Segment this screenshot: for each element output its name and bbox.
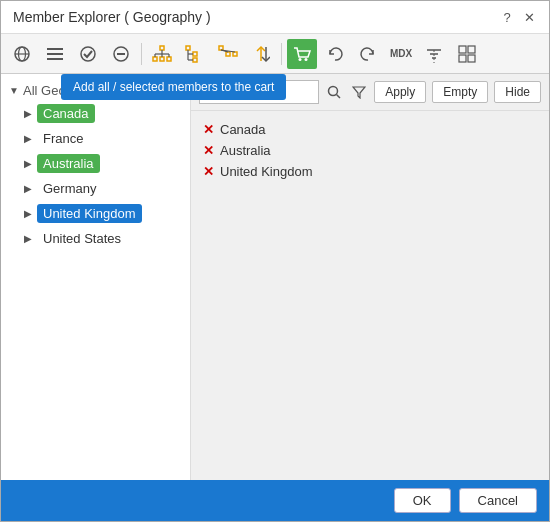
- separator-2: [281, 43, 282, 65]
- empty-button[interactable]: Empty: [432, 81, 488, 103]
- us-label: United States: [37, 229, 127, 248]
- cart-search-btn[interactable]: [325, 80, 344, 104]
- hierarchy-btn[interactable]: [147, 39, 177, 69]
- cart-item-australia-label: Australia: [220, 143, 271, 158]
- layout-btn[interactable]: [452, 39, 482, 69]
- tree-item-canada[interactable]: Canada: [1, 101, 190, 126]
- cancel-button[interactable]: Cancel: [459, 488, 537, 513]
- help-icon[interactable]: ?: [499, 9, 515, 25]
- tree-item-france[interactable]: France: [1, 126, 190, 151]
- svg-rect-12: [167, 57, 171, 61]
- svg-rect-3: [47, 48, 63, 50]
- svg-point-30: [299, 58, 302, 61]
- australia-arrow: [21, 157, 35, 171]
- svg-rect-25: [219, 46, 223, 50]
- svg-rect-19: [193, 52, 197, 56]
- germany-label: Germany: [37, 179, 102, 198]
- canada-label: Canada: [37, 104, 95, 123]
- svg-rect-18: [186, 46, 190, 50]
- tree-item-germany[interactable]: Germany: [1, 176, 190, 201]
- svg-rect-8: [117, 53, 125, 55]
- main-content: Add all / selected members to the cart A…: [1, 74, 549, 480]
- uk-label: United Kingdom: [37, 204, 142, 223]
- cart-toolbar: Apply Empty Hide: [191, 74, 549, 111]
- remove-canada-btn[interactable]: ✕: [203, 122, 214, 137]
- tree-root-arrow: [7, 84, 21, 98]
- cart-item-uk-label: United Kingdom: [220, 164, 313, 179]
- check-btn[interactable]: [73, 39, 103, 69]
- redo-btn[interactable]: [353, 39, 383, 69]
- svg-rect-5: [47, 58, 63, 60]
- svg-marker-42: [353, 87, 365, 98]
- svg-rect-38: [459, 55, 466, 62]
- sort-btn[interactable]: [246, 39, 276, 69]
- hierarchy2-btn[interactable]: [180, 39, 210, 69]
- ok-button[interactable]: OK: [394, 488, 451, 513]
- globe-btn[interactable]: [7, 39, 37, 69]
- tree-item-uk[interactable]: United Kingdom: [1, 201, 190, 226]
- cart-filter-btn[interactable]: [350, 80, 369, 104]
- svg-point-6: [81, 47, 95, 61]
- tree-panel: All Geographies Canada France Australia …: [1, 74, 191, 480]
- germany-arrow: [21, 182, 35, 196]
- svg-rect-20: [193, 58, 197, 62]
- svg-rect-36: [459, 46, 466, 53]
- tree-item-us[interactable]: United States: [1, 226, 190, 251]
- cart-panel: Apply Empty Hide ✕ Canada ✕ Australia ✕ …: [191, 74, 549, 480]
- us-arrow: [21, 232, 35, 246]
- cart-item-australia: ✕ Australia: [199, 140, 541, 161]
- hierarchy3-btn[interactable]: [213, 39, 243, 69]
- hide-button[interactable]: Hide: [494, 81, 541, 103]
- separator-1: [141, 43, 142, 65]
- title-bar-icons: ? ✕: [499, 9, 537, 25]
- title-bar: Member Explorer ( Geography ) ? ✕: [1, 1, 549, 34]
- cart-item-uk: ✕ United Kingdom: [199, 161, 541, 182]
- tree-item-australia[interactable]: Australia: [1, 151, 190, 176]
- toolbar: MDX: [1, 34, 549, 74]
- svg-rect-4: [47, 53, 63, 55]
- cart-search-input[interactable]: [199, 80, 319, 104]
- cart-items: ✕ Canada ✕ Australia ✕ United Kingdom: [191, 111, 549, 480]
- france-label: France: [37, 129, 89, 148]
- france-arrow: [21, 132, 35, 146]
- bottom-bar: OK Cancel: [1, 480, 549, 521]
- tree-root[interactable]: All Geographies: [1, 80, 190, 101]
- minus-btn[interactable]: [106, 39, 136, 69]
- remove-australia-btn[interactable]: ✕: [203, 143, 214, 158]
- window-title: Member Explorer ( Geography ): [13, 9, 211, 25]
- australia-label: Australia: [37, 154, 100, 173]
- uk-arrow: [21, 207, 35, 221]
- remove-uk-btn[interactable]: ✕: [203, 164, 214, 179]
- svg-point-31: [305, 58, 308, 61]
- svg-rect-9: [160, 46, 164, 50]
- svg-line-41: [337, 95, 341, 99]
- close-icon[interactable]: ✕: [521, 9, 537, 25]
- svg-rect-39: [468, 55, 475, 62]
- svg-rect-10: [153, 57, 157, 61]
- tree-root-label: All Geographies: [23, 83, 116, 98]
- cart-item-canada: ✕ Canada: [199, 119, 541, 140]
- cart-btn[interactable]: [287, 39, 317, 69]
- undo-btn[interactable]: [320, 39, 350, 69]
- list-btn[interactable]: [40, 39, 70, 69]
- svg-rect-37: [468, 46, 475, 53]
- svg-rect-27: [233, 52, 237, 56]
- cart-item-canada-label: Canada: [220, 122, 266, 137]
- filter2-btn[interactable]: [419, 39, 449, 69]
- svg-rect-26: [226, 52, 230, 56]
- mdx-btn[interactable]: MDX: [386, 39, 416, 69]
- canada-arrow: [21, 107, 35, 121]
- svg-rect-11: [160, 57, 164, 61]
- svg-point-40: [329, 87, 338, 96]
- apply-button[interactable]: Apply: [374, 81, 426, 103]
